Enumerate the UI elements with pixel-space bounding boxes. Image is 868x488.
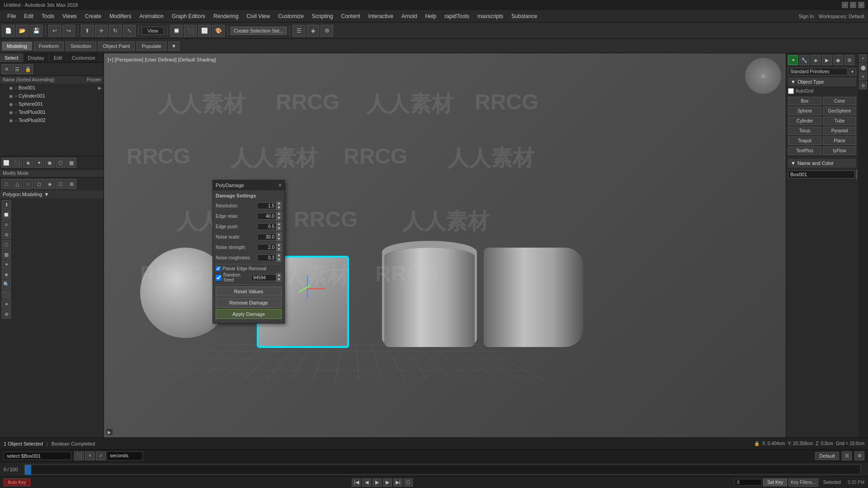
lt-btn-6[interactable]: ▦ <box>2 250 11 259</box>
menu-graph-editors[interactable]: Graph Editors <box>168 12 209 21</box>
render-setup-btn[interactable]: ⚙ <box>321 25 333 37</box>
lt-btn-9[interactable]: 🔍 <box>2 280 11 289</box>
mod-icon-6[interactable]: ⬡ <box>56 158 66 168</box>
obj-btn-plane[interactable]: Plane <box>823 136 856 145</box>
pd-input-resolution[interactable] <box>257 202 276 209</box>
save-btn[interactable]: 💾 <box>30 25 42 37</box>
snap-btn[interactable]: 🔲 <box>170 25 183 37</box>
lt-btn-7[interactable]: ✶ <box>2 260 11 269</box>
rp-icon-motion[interactable]: ▶ <box>822 55 832 65</box>
pd-check-random-seed[interactable] <box>216 275 222 281</box>
lt-btn-8[interactable]: ◈ <box>2 270 11 279</box>
lock-icon-cyl001[interactable]: ○ <box>14 94 17 99</box>
nav-cube[interactable]: ⊙ <box>745 58 781 94</box>
pd-spin-down-edge-relax[interactable]: ▼ <box>276 216 282 221</box>
pd-spin-up-noise-scale[interactable]: ▲ <box>276 232 282 237</box>
autogrid-checkbox[interactable] <box>788 88 794 94</box>
mod-icon-2[interactable]: ⬛ <box>12 158 22 168</box>
lp-tab-select[interactable]: Select <box>0 53 24 62</box>
rp-icon-hierarchy[interactable]: ◈ <box>811 55 821 65</box>
obj-btn-tube[interactable]: Tube <box>823 117 856 125</box>
scene-item-text002[interactable]: ◉ ○ TextPlus002 <box>0 116 104 124</box>
menu-create[interactable]: Create <box>81 12 105 21</box>
mirror-btn[interactable]: ⬜ <box>198 25 211 37</box>
rp-object-name-input[interactable] <box>788 170 855 178</box>
obj-btn-tyflow[interactable]: tyFlow <box>823 146 856 155</box>
mod2-icon-4[interactable]: ◻ <box>34 179 44 189</box>
pd-spin-down-resolution[interactable]: ▼ <box>276 206 282 210</box>
undo-btn[interactable]: ↩ <box>48 25 61 37</box>
polygon-modeling-bar[interactable]: Polygon Modeling ▼ <box>0 190 104 198</box>
pd-spin-up-edge-push[interactable]: ▲ <box>276 222 282 226</box>
lock-icon-txt002[interactable]: ○ <box>14 118 17 123</box>
pd-spin-up-noise-strength[interactable]: ▲ <box>276 243 282 247</box>
menu-scripting[interactable]: Scripting <box>308 12 337 21</box>
time-slider[interactable] <box>24 465 861 474</box>
lt-btn-2[interactable]: 🔲 <box>2 210 11 219</box>
rvt-btn-4[interactable]: ⚙ <box>859 81 867 89</box>
menu-tools[interactable]: Tools <box>38 12 58 21</box>
move-btn[interactable]: ✛ <box>95 25 108 37</box>
autokey-btn[interactable]: Auto Key <box>4 479 30 486</box>
rp-object-type-header[interactable]: ▼ Object Type <box>788 77 856 86</box>
mod-icon-4[interactable]: ✦ <box>34 158 44 168</box>
pb-next-frame[interactable]: ▶ <box>383 479 392 487</box>
lp-tab-display[interactable]: Display <box>24 53 49 62</box>
create-selection-set[interactable]: Create Selection Set... <box>231 27 287 35</box>
pd-spin-up-seed[interactable]: ▲ <box>276 273 282 277</box>
eye-icon-box001[interactable]: ◉ <box>9 85 13 90</box>
pd-btn-remove[interactable]: Remove Damage <box>216 298 282 308</box>
viewport-expand-btn[interactable]: ▶ <box>106 428 113 436</box>
lt-btn-3[interactable]: ≡ <box>2 220 11 229</box>
rp-icon-utilities[interactable]: ⚙ <box>844 55 854 65</box>
open-btn[interactable]: 📂 <box>16 25 28 37</box>
menu-arnold[interactable]: Arnold <box>398 12 421 21</box>
lock-icon-sph001[interactable]: ○ <box>14 102 17 107</box>
pd-btn-reset[interactable]: Reset Values <box>216 286 282 296</box>
pd-input-edge-relax[interactable] <box>257 213 276 220</box>
rvt-btn-1[interactable]: + <box>859 54 867 62</box>
select-btn[interactable]: ⬆ <box>81 25 94 37</box>
obj-btn-sphere[interactable]: Sphere <box>788 107 821 115</box>
obj-btn-geosphere[interactable]: GeoSphere <box>823 107 856 115</box>
sign-in-btn[interactable]: Sign In <box>798 14 814 19</box>
cmd-icon-1[interactable]: ⬛ <box>74 451 84 460</box>
scene-icon-2[interactable]: ☰ <box>12 64 22 74</box>
pd-input-random-seed[interactable] <box>251 274 276 281</box>
redo-btn[interactable]: ↪ <box>62 25 75 37</box>
pd-close-btn[interactable]: × <box>278 182 282 188</box>
mod2-icon-6[interactable]: ⬡ <box>56 179 66 189</box>
eye-icon-txt001[interactable]: ◉ <box>9 110 13 115</box>
scene-item-box001[interactable]: ◉ ○ Box001 ▶ <box>0 84 104 92</box>
menu-substance[interactable]: Substance <box>508 12 541 21</box>
key-filters-btn[interactable]: Key Filters... <box>788 479 818 487</box>
minimize-btn[interactable]: ─ <box>842 2 848 8</box>
menu-content[interactable]: Content <box>338 12 364 21</box>
close-btn[interactable]: × <box>858 2 864 8</box>
obj-btn-teapot[interactable]: Teapot <box>788 136 821 145</box>
cmd-icon-3[interactable]: ✓ <box>96 451 106 460</box>
lt-btn-1[interactable]: ⬆ <box>2 200 11 209</box>
pb-goto-start[interactable]: |◀ <box>352 479 361 487</box>
pd-input-noise-strength[interactable] <box>257 244 276 251</box>
menu-maxscripts[interactable]: maxscripts <box>474 12 507 21</box>
pd-input-noise-roughness[interactable] <box>257 254 276 261</box>
pb-goto-end[interactable]: ▶| <box>393 479 402 487</box>
lp-tab-customize[interactable]: Customize <box>67 53 100 62</box>
lt-btn-12[interactable]: ⊕ <box>2 310 11 319</box>
pd-input-noise-scale[interactable] <box>257 234 276 240</box>
tab-object-paint[interactable]: Object Paint <box>98 42 135 51</box>
maximize-btn[interactable]: □ <box>850 2 856 8</box>
time-input[interactable]: 0 <box>735 479 762 486</box>
obj-btn-torus[interactable]: Torus <box>788 127 821 135</box>
menu-modifiers[interactable]: Modifiers <box>106 12 135 21</box>
scene-icon-3[interactable]: 🔒 <box>23 64 33 74</box>
mod-icon-3[interactable]: ◈ <box>23 158 33 168</box>
obj-btn-textplus[interactable]: TextPlus <box>788 146 821 155</box>
tab-freeform[interactable]: Freeform <box>34 42 64 51</box>
menu-interactive[interactable]: Interactive <box>365 12 397 21</box>
rotate-btn[interactable]: ↻ <box>109 25 122 37</box>
menu-rapidtools[interactable]: rapidTools <box>441 12 473 21</box>
tab-extra[interactable]: ▼ <box>168 42 179 51</box>
pb-key-mode[interactable]: ⬡ <box>404 479 413 487</box>
